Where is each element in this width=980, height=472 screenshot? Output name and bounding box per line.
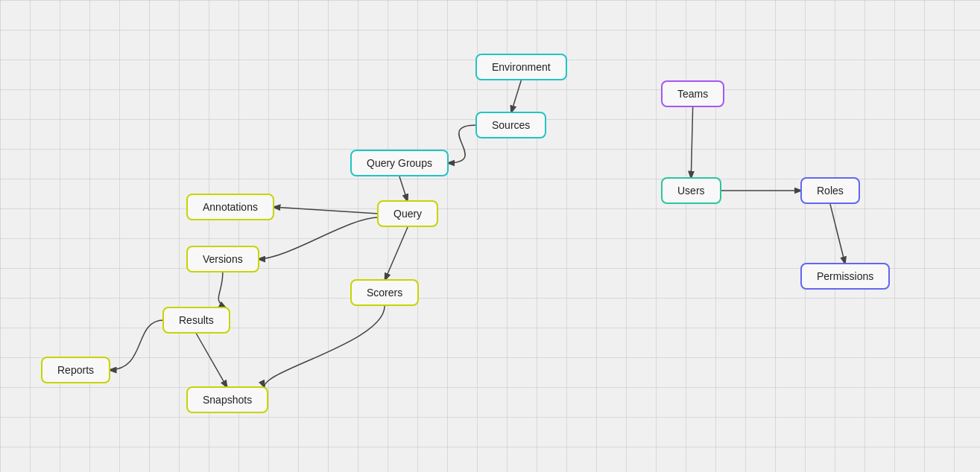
node-permissions[interactable]: Permissions: [800, 263, 890, 290]
node-teams[interactable]: Teams: [661, 80, 724, 107]
node-teams-label: Teams: [677, 88, 708, 100]
node-snapshots[interactable]: Snapshots: [186, 386, 268, 413]
node-roles-label: Roles: [817, 185, 844, 197]
node-environment[interactable]: Environment: [475, 54, 567, 80]
node-versions-label: Versions: [203, 253, 243, 265]
node-users-label: Users: [677, 185, 705, 197]
node-sources-label: Sources: [492, 119, 530, 131]
node-reports[interactable]: Reports: [41, 357, 110, 383]
node-query-groups-label: Query Groups: [367, 157, 432, 169]
node-reports-label: Reports: [57, 364, 94, 376]
node-results-label: Results: [179, 314, 214, 326]
node-environment-label: Environment: [492, 61, 551, 73]
node-permissions-label: Permissions: [817, 270, 873, 282]
node-annotations-label: Annotations: [203, 201, 258, 213]
node-query-label: Query: [393, 208, 422, 220]
node-query[interactable]: Query: [377, 200, 438, 227]
node-scorers-label: Scorers: [367, 287, 402, 299]
node-users[interactable]: Users: [661, 177, 721, 204]
node-snapshots-label: Snapshots: [203, 394, 252, 406]
node-roles[interactable]: Roles: [800, 177, 860, 204]
node-scorers[interactable]: Scorers: [350, 279, 419, 306]
node-versions[interactable]: Versions: [186, 246, 259, 272]
node-results[interactable]: Results: [162, 307, 230, 334]
node-query-groups[interactable]: Query Groups: [350, 150, 449, 176]
node-annotations[interactable]: Annotations: [186, 194, 274, 220]
node-sources[interactable]: Sources: [475, 112, 546, 138]
